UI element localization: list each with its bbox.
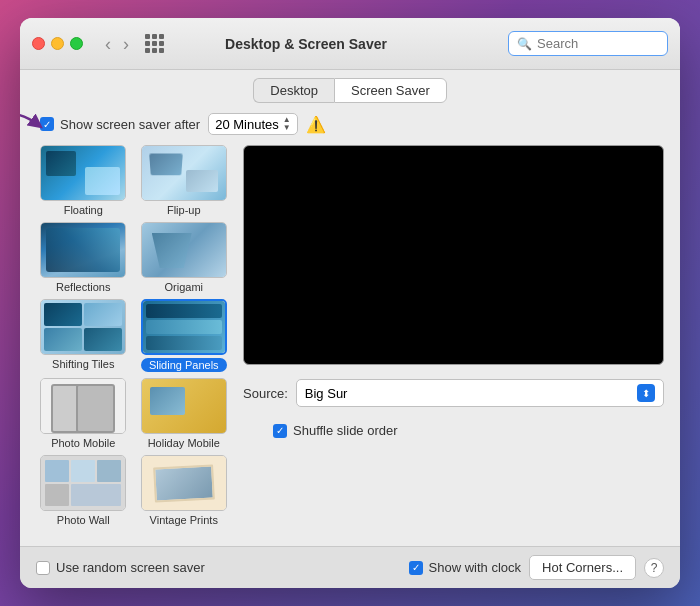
ss-item-photo-mobile[interactable]: Photo Mobile	[36, 378, 131, 449]
ss-thumb-flipup	[141, 145, 227, 201]
search-icon: 🔍	[517, 37, 532, 51]
random-label: Use random screen saver	[56, 560, 205, 575]
ss-item-photo-wall[interactable]: Photo Wall	[36, 455, 131, 526]
source-row: Source: Big Sur ⬍	[243, 375, 664, 411]
ss-label-photowall: Photo Wall	[57, 514, 110, 526]
shuffle-checkbox[interactable]: ✓	[273, 424, 287, 438]
ss-label-shifting: Shifting Tiles	[52, 358, 114, 370]
screensaver-grid: Floating Flip-up Reflectio	[36, 145, 231, 526]
right-panel: Source: Big Sur ⬍ ✓ Shuffle slide order	[243, 145, 664, 546]
source-select-arrow: ⬍	[637, 384, 655, 402]
duration-arrows: ▲ ▼	[283, 116, 291, 132]
tabs-row: Desktop Screen Saver	[36, 78, 664, 103]
bottom-bar: Use random screen saver ✓ Show with cloc…	[20, 546, 680, 588]
help-button[interactable]: ?	[644, 558, 664, 578]
ss-thumb-vintage	[141, 455, 227, 511]
titlebar: ‹ › Desktop & Screen Saver 🔍	[20, 18, 680, 70]
source-value: Big Sur	[305, 386, 348, 401]
ss-label-vintage: Vintage Prints	[150, 514, 218, 526]
ss-label-flipup: Flip-up	[167, 204, 201, 216]
source-select[interactable]: Big Sur ⬍	[296, 379, 664, 407]
ss-item-sliding-panels[interactable]: Sliding Panels	[137, 299, 232, 372]
clock-label: Show with clock	[429, 560, 521, 575]
show-after-row: ✓ Show screen saver after 20 Minutes ▲ ▼…	[40, 113, 664, 135]
ss-thumb-sliding	[141, 299, 227, 355]
ss-label-floating: Floating	[64, 204, 103, 216]
window-title: Desktop & Screen Saver	[112, 36, 500, 52]
show-after-check[interactable]: ✓	[40, 117, 54, 131]
search-input[interactable]	[537, 36, 659, 51]
clock-checkbox[interactable]: ✓	[409, 561, 423, 575]
ss-thumb-origami	[141, 222, 227, 278]
preview-box	[243, 145, 664, 365]
random-checkbox[interactable]	[36, 561, 50, 575]
hot-corners-button[interactable]: Hot Corners...	[529, 555, 636, 580]
ss-item-shifting-tiles[interactable]: Shifting Tiles	[36, 299, 131, 372]
traffic-lights	[32, 37, 83, 50]
warning-icon: ⚠️	[306, 115, 326, 134]
ss-thumb-reflections	[40, 222, 126, 278]
show-after-checkbox[interactable]: ✓ Show screen saver after	[40, 117, 200, 132]
shuffle-row: ✓ Shuffle slide order	[243, 421, 664, 440]
ss-label-origami: Origami	[164, 281, 203, 293]
minimize-button[interactable]	[51, 37, 64, 50]
screensaver-list: Floating Flip-up Reflectio	[36, 145, 231, 546]
maximize-button[interactable]	[70, 37, 83, 50]
duration-value: 20 Minutes	[215, 117, 279, 132]
show-after-label: Show screen saver after	[60, 117, 200, 132]
random-checkbox-row[interactable]: Use random screen saver	[36, 560, 205, 575]
shuffle-label: Shuffle slide order	[293, 423, 398, 438]
ss-item-origami[interactable]: Origami	[137, 222, 232, 293]
ss-item-flipup[interactable]: Flip-up	[137, 145, 232, 216]
close-button[interactable]	[32, 37, 45, 50]
source-label: Source:	[243, 386, 288, 401]
ss-label-reflections: Reflections	[56, 281, 110, 293]
ss-item-floating[interactable]: Floating	[36, 145, 131, 216]
main-window: ‹ › Desktop & Screen Saver 🔍 Desktop Scr…	[20, 18, 680, 588]
ss-label-holidaymobile: Holiday Mobile	[148, 437, 220, 449]
ss-thumb-floating	[40, 145, 126, 201]
ss-label-photomobile: Photo Mobile	[51, 437, 115, 449]
chevron-icon: ⬍	[642, 388, 650, 399]
search-box[interactable]: 🔍	[508, 31, 668, 56]
tab-desktop[interactable]: Desktop	[253, 78, 334, 103]
ss-thumb-shifting	[40, 299, 126, 355]
ss-item-vintage-prints[interactable]: Vintage Prints	[137, 455, 232, 526]
ss-label-sliding: Sliding Panels	[141, 358, 227, 372]
ss-item-holiday-mobile[interactable]: Holiday Mobile	[137, 378, 232, 449]
clock-checkbox-row[interactable]: ✓ Show with clock	[409, 560, 521, 575]
ss-thumb-photomobile	[40, 378, 126, 434]
ss-item-reflections[interactable]: Reflections	[36, 222, 131, 293]
ss-thumb-photowall	[40, 455, 126, 511]
tab-screen-saver[interactable]: Screen Saver	[334, 78, 447, 103]
ss-thumb-holidaymobile	[141, 378, 227, 434]
main-split: Floating Flip-up Reflectio	[36, 145, 664, 546]
content-area: Desktop Screen Saver ✓ Show screen saver…	[20, 70, 680, 546]
duration-select[interactable]: 20 Minutes ▲ ▼	[208, 113, 298, 135]
